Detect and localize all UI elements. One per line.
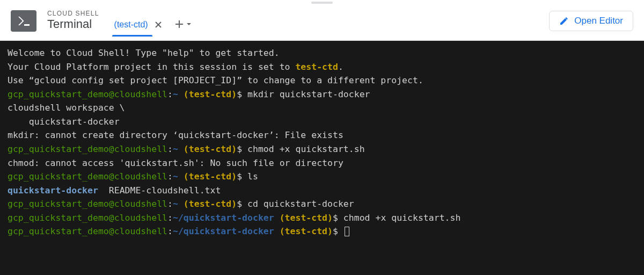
prompt-path: ~	[173, 144, 178, 154]
cmd-ls: ls	[242, 171, 258, 182]
cloud-shell-icon	[11, 10, 36, 32]
prompt-user: gcp_quickstart_demo@cloudshell	[8, 171, 167, 182]
prompt-path: ~/quickstart-docker	[173, 226, 274, 236]
prompt-project: (test-ctd)	[280, 213, 333, 223]
motd-line: Use “gcloud config set project [PROJECT_…	[8, 75, 423, 85]
prompt-path: ~/quickstart-docker	[173, 213, 274, 223]
project-name: test-ctd	[295, 62, 338, 72]
prompt-project: (test-ctd)	[184, 199, 237, 209]
title-block: CLOUD SHELL Terminal	[47, 10, 99, 31]
prompt-path: ~	[173, 89, 178, 99]
cmd-chmod: chmod +x quickstart.sh	[242, 144, 364, 154]
add-tab-button[interactable]	[174, 19, 192, 36]
tab-label: (test-ctd)	[114, 20, 148, 30]
tab-test-ctd[interactable]: (test-ctd)	[110, 16, 167, 36]
prompt-path: ~	[173, 199, 178, 209]
output-line: quickstart-docker	[8, 117, 120, 127]
prompt-project: (test-ctd)	[184, 144, 237, 154]
pencil-icon	[559, 16, 569, 26]
open-editor-label: Open Editor	[574, 16, 623, 26]
prompt-project: (test-ctd)	[280, 226, 333, 236]
tab-list: (test-ctd)	[110, 5, 192, 36]
prompt-user: gcp_quickstart_demo@cloudshell	[8, 144, 167, 154]
cmd-chmod: chmod +x quickstart.sh	[338, 213, 460, 223]
prompt-user: gcp_quickstart_demo@cloudshell	[8, 213, 167, 223]
header-title: Terminal	[47, 17, 99, 31]
prompt-project: (test-ctd)	[184, 89, 237, 99]
output-line: chmod: cannot access 'quickstart.sh': No…	[8, 158, 343, 168]
prompt-user: gcp_quickstart_demo@cloudshell	[8, 226, 167, 236]
motd-line: Welcome to Cloud Shell! Type "help" to g…	[8, 48, 280, 58]
prompt-user: gcp_quickstart_demo@cloudshell	[8, 89, 167, 99]
cmd-cd: cd quickstart-docker	[242, 199, 354, 209]
drag-handle[interactable]	[0, 0, 644, 5]
drag-handle-bar	[311, 2, 333, 4]
ls-file: README-cloudshell.txt	[98, 185, 221, 196]
cmd-mkdir: mkdir quickstart-docker	[242, 89, 370, 99]
open-editor-button[interactable]: Open Editor	[549, 11, 633, 31]
chevron-down-icon	[186, 21, 192, 27]
header-bar: CLOUD SHELL Terminal (test-ctd) Open Edi…	[0, 5, 644, 41]
terminal-output[interactable]: Welcome to Cloud Shell! Type "help" to g…	[0, 41, 644, 275]
motd-line: Your Cloud Platform project in this sess…	[8, 62, 295, 72]
output-line: cloudshell workspace \	[8, 103, 125, 113]
cursor	[345, 227, 349, 236]
close-icon[interactable]	[153, 20, 163, 30]
prompt-project: (test-ctd)	[184, 171, 237, 182]
header-label: CLOUD SHELL	[47, 10, 99, 17]
prompt-user: gcp_quickstart_demo@cloudshell	[8, 199, 167, 209]
svg-rect-3	[175, 24, 183, 25]
ls-dir: quickstart-docker	[8, 185, 98, 196]
prompt-path: ~	[173, 171, 178, 182]
output-line: mkdir: cannot create directory ‘quicksta…	[8, 130, 343, 140]
